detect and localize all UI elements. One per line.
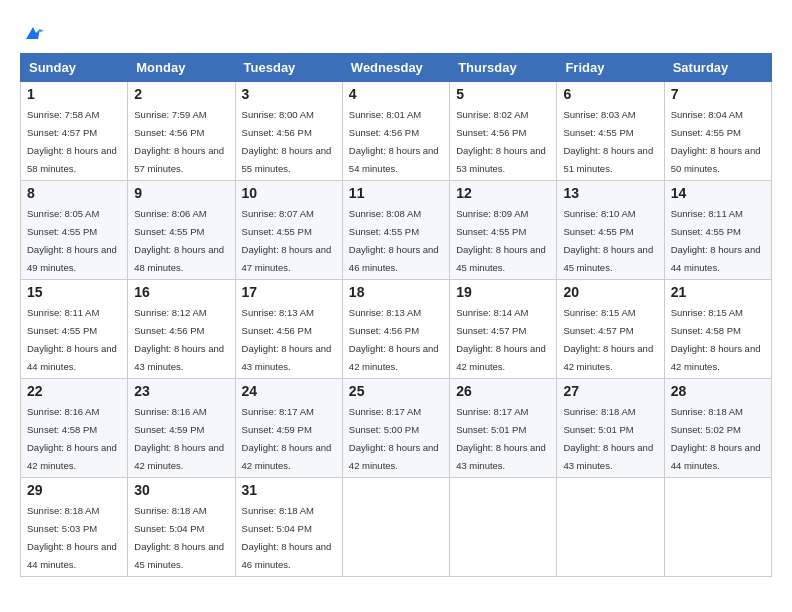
- calendar-cell: 3Sunrise: 8:00 AMSunset: 4:56 PMDaylight…: [235, 82, 342, 181]
- weekday-header: Thursday: [450, 54, 557, 82]
- day-info: Sunrise: 8:17 AMSunset: 5:01 PMDaylight:…: [456, 406, 546, 471]
- day-number: 4: [349, 86, 443, 102]
- calendar-cell: 6Sunrise: 8:03 AMSunset: 4:55 PMDaylight…: [557, 82, 664, 181]
- calendar-cell: [664, 478, 771, 577]
- day-info: Sunrise: 8:18 AMSunset: 5:01 PMDaylight:…: [563, 406, 653, 471]
- day-number: 23: [134, 383, 228, 399]
- day-number: 2: [134, 86, 228, 102]
- calendar-cell: 19Sunrise: 8:14 AMSunset: 4:57 PMDayligh…: [450, 280, 557, 379]
- day-number: 14: [671, 185, 765, 201]
- weekday-header: Friday: [557, 54, 664, 82]
- day-info: Sunrise: 8:06 AMSunset: 4:55 PMDaylight:…: [134, 208, 224, 273]
- day-number: 15: [27, 284, 121, 300]
- day-info: Sunrise: 8:18 AMSunset: 5:02 PMDaylight:…: [671, 406, 761, 471]
- calendar-cell: 10Sunrise: 8:07 AMSunset: 4:55 PMDayligh…: [235, 181, 342, 280]
- calendar-cell: 21Sunrise: 8:15 AMSunset: 4:58 PMDayligh…: [664, 280, 771, 379]
- weekday-header: Tuesday: [235, 54, 342, 82]
- day-number: 11: [349, 185, 443, 201]
- day-number: 31: [242, 482, 336, 498]
- logo-bird-icon: [22, 21, 44, 43]
- calendar-cell: 5Sunrise: 8:02 AMSunset: 4:56 PMDaylight…: [450, 82, 557, 181]
- day-info: Sunrise: 8:11 AMSunset: 4:55 PMDaylight:…: [671, 208, 761, 273]
- calendar-cell: 29Sunrise: 8:18 AMSunset: 5:03 PMDayligh…: [21, 478, 128, 577]
- weekday-header: Sunday: [21, 54, 128, 82]
- day-number: 18: [349, 284, 443, 300]
- day-info: Sunrise: 8:18 AMSunset: 5:04 PMDaylight:…: [134, 505, 224, 570]
- day-info: Sunrise: 8:13 AMSunset: 4:56 PMDaylight:…: [349, 307, 439, 372]
- calendar-cell: [557, 478, 664, 577]
- calendar-cell: 2Sunrise: 7:59 AMSunset: 4:56 PMDaylight…: [128, 82, 235, 181]
- calendar-cell: 12Sunrise: 8:09 AMSunset: 4:55 PMDayligh…: [450, 181, 557, 280]
- calendar-week-row: 1Sunrise: 7:58 AMSunset: 4:57 PMDaylight…: [21, 82, 772, 181]
- day-number: 12: [456, 185, 550, 201]
- day-info: Sunrise: 8:03 AMSunset: 4:55 PMDaylight:…: [563, 109, 653, 174]
- calendar-cell: 11Sunrise: 8:08 AMSunset: 4:55 PMDayligh…: [342, 181, 449, 280]
- day-info: Sunrise: 8:07 AMSunset: 4:55 PMDaylight:…: [242, 208, 332, 273]
- day-number: 30: [134, 482, 228, 498]
- day-number: 5: [456, 86, 550, 102]
- day-number: 10: [242, 185, 336, 201]
- calendar-cell: 31Sunrise: 8:18 AMSunset: 5:04 PMDayligh…: [235, 478, 342, 577]
- calendar-cell: 8Sunrise: 8:05 AMSunset: 4:55 PMDaylight…: [21, 181, 128, 280]
- day-info: Sunrise: 8:18 AMSunset: 5:04 PMDaylight:…: [242, 505, 332, 570]
- calendar-body: 1Sunrise: 7:58 AMSunset: 4:57 PMDaylight…: [21, 82, 772, 577]
- day-number: 29: [27, 482, 121, 498]
- day-number: 27: [563, 383, 657, 399]
- day-number: 16: [134, 284, 228, 300]
- day-info: Sunrise: 8:15 AMSunset: 4:58 PMDaylight:…: [671, 307, 761, 372]
- calendar-cell: 18Sunrise: 8:13 AMSunset: 4:56 PMDayligh…: [342, 280, 449, 379]
- weekday-header: Monday: [128, 54, 235, 82]
- day-info: Sunrise: 8:08 AMSunset: 4:55 PMDaylight:…: [349, 208, 439, 273]
- calendar-cell: 1Sunrise: 7:58 AMSunset: 4:57 PMDaylight…: [21, 82, 128, 181]
- calendar-week-row: 8Sunrise: 8:05 AMSunset: 4:55 PMDaylight…: [21, 181, 772, 280]
- day-number: 6: [563, 86, 657, 102]
- svg-marker-0: [26, 27, 40, 39]
- calendar-cell: 30Sunrise: 8:18 AMSunset: 5:04 PMDayligh…: [128, 478, 235, 577]
- calendar-cell: 7Sunrise: 8:04 AMSunset: 4:55 PMDaylight…: [664, 82, 771, 181]
- day-info: Sunrise: 8:14 AMSunset: 4:57 PMDaylight:…: [456, 307, 546, 372]
- calendar-cell: [342, 478, 449, 577]
- day-number: 1: [27, 86, 121, 102]
- day-number: 13: [563, 185, 657, 201]
- day-number: 20: [563, 284, 657, 300]
- day-number: 21: [671, 284, 765, 300]
- calendar-cell: 14Sunrise: 8:11 AMSunset: 4:55 PMDayligh…: [664, 181, 771, 280]
- calendar-cell: 15Sunrise: 8:11 AMSunset: 4:55 PMDayligh…: [21, 280, 128, 379]
- calendar-cell: [450, 478, 557, 577]
- day-info: Sunrise: 8:04 AMSunset: 4:55 PMDaylight:…: [671, 109, 761, 174]
- day-number: 7: [671, 86, 765, 102]
- calendar-cell: 23Sunrise: 8:16 AMSunset: 4:59 PMDayligh…: [128, 379, 235, 478]
- day-info: Sunrise: 8:09 AMSunset: 4:55 PMDaylight:…: [456, 208, 546, 273]
- day-number: 25: [349, 383, 443, 399]
- day-info: Sunrise: 7:58 AMSunset: 4:57 PMDaylight:…: [27, 109, 117, 174]
- day-info: Sunrise: 8:16 AMSunset: 4:59 PMDaylight:…: [134, 406, 224, 471]
- calendar-cell: 17Sunrise: 8:13 AMSunset: 4:56 PMDayligh…: [235, 280, 342, 379]
- day-info: Sunrise: 8:18 AMSunset: 5:03 PMDaylight:…: [27, 505, 117, 570]
- weekday-header: Wednesday: [342, 54, 449, 82]
- calendar-cell: 4Sunrise: 8:01 AMSunset: 4:56 PMDaylight…: [342, 82, 449, 181]
- svg-marker-1: [36, 29, 44, 33]
- calendar-cell: 13Sunrise: 8:10 AMSunset: 4:55 PMDayligh…: [557, 181, 664, 280]
- calendar-table: SundayMondayTuesdayWednesdayThursdayFrid…: [20, 53, 772, 577]
- day-number: 8: [27, 185, 121, 201]
- calendar-cell: 28Sunrise: 8:18 AMSunset: 5:02 PMDayligh…: [664, 379, 771, 478]
- day-number: 19: [456, 284, 550, 300]
- weekday-header: Saturday: [664, 54, 771, 82]
- calendar-header-row: SundayMondayTuesdayWednesdayThursdayFrid…: [21, 54, 772, 82]
- day-info: Sunrise: 8:02 AMSunset: 4:56 PMDaylight:…: [456, 109, 546, 174]
- logo: [20, 20, 44, 43]
- calendar-cell: 9Sunrise: 8:06 AMSunset: 4:55 PMDaylight…: [128, 181, 235, 280]
- logo-text: [20, 20, 44, 43]
- calendar-cell: 25Sunrise: 8:17 AMSunset: 5:00 PMDayligh…: [342, 379, 449, 478]
- day-number: 9: [134, 185, 228, 201]
- calendar-cell: 22Sunrise: 8:16 AMSunset: 4:58 PMDayligh…: [21, 379, 128, 478]
- day-number: 28: [671, 383, 765, 399]
- day-info: Sunrise: 8:15 AMSunset: 4:57 PMDaylight:…: [563, 307, 653, 372]
- page-header: [20, 20, 772, 43]
- day-number: 22: [27, 383, 121, 399]
- day-info: Sunrise: 8:01 AMSunset: 4:56 PMDaylight:…: [349, 109, 439, 174]
- day-info: Sunrise: 8:16 AMSunset: 4:58 PMDaylight:…: [27, 406, 117, 471]
- day-info: Sunrise: 8:00 AMSunset: 4:56 PMDaylight:…: [242, 109, 332, 174]
- day-info: Sunrise: 8:11 AMSunset: 4:55 PMDaylight:…: [27, 307, 117, 372]
- day-number: 24: [242, 383, 336, 399]
